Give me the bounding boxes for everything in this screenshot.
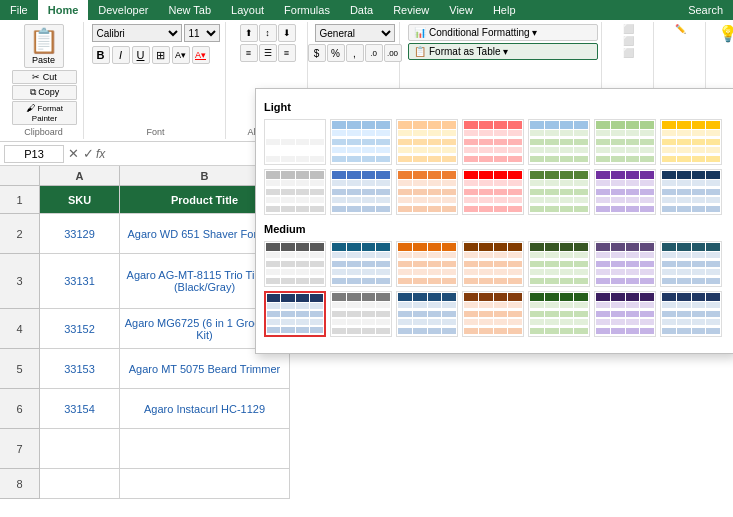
formula-confirm-button[interactable]: ✓	[83, 146, 94, 161]
table-style-thumb[interactable]	[462, 169, 524, 215]
cell-a3[interactable]: 33131	[40, 254, 120, 308]
font-name-select[interactable]: Calibri	[92, 24, 182, 42]
format-as-table-button[interactable]: 📋 Format as Table ▾	[408, 43, 598, 60]
table-style-thumb[interactable]	[264, 169, 326, 215]
table-style-thumb[interactable]	[660, 291, 722, 337]
table-style-thumb[interactable]	[528, 291, 590, 337]
tab-help[interactable]: Help	[483, 0, 526, 20]
cell-a7[interactable]	[40, 429, 120, 468]
tab-home[interactable]: Home	[38, 0, 89, 20]
medium-themes-grid	[264, 241, 726, 337]
tab-developer[interactable]: Developer	[88, 0, 158, 20]
formula-fx-label: fx	[96, 147, 105, 161]
decrease-decimal-button[interactable]: .0	[365, 44, 383, 62]
table-style-thumb[interactable]	[660, 119, 722, 165]
fill-color-button[interactable]: A▾	[172, 46, 190, 64]
paste-icon: 📋	[29, 27, 59, 55]
tab-review[interactable]: Review	[383, 0, 439, 20]
border-button[interactable]: ⊞	[152, 46, 170, 64]
table-style-thumb[interactable]	[594, 241, 656, 287]
light-section-label: Light	[264, 101, 726, 113]
paste-button[interactable]: 📋 Paste	[24, 24, 64, 68]
spreadsheet-grid: SKU Product Title 33129 Agaro WD 651 Sha…	[40, 186, 290, 499]
align-center-button[interactable]: ☰	[259, 44, 277, 62]
table-style-thumb[interactable]	[528, 241, 590, 287]
table-row: 33131 Agaro AG-MT-8115 Trio Timmer (Blac…	[40, 254, 290, 309]
tab-formulas[interactable]: Formulas	[274, 0, 340, 20]
table-style-thumb[interactable]	[264, 291, 326, 337]
table-style-thumb[interactable]	[330, 291, 392, 337]
tab-view[interactable]: View	[439, 0, 483, 20]
table-style-thumb[interactable]	[462, 291, 524, 337]
row-header-3: 3	[0, 254, 40, 309]
table-style-thumb[interactable]	[330, 241, 392, 287]
formula-cancel-button[interactable]: ✕	[68, 146, 79, 161]
table-style-thumb[interactable]	[396, 241, 458, 287]
underline-button[interactable]: U	[132, 46, 150, 64]
search-box[interactable]: Search	[678, 0, 733, 20]
cell-a1[interactable]: SKU	[40, 186, 120, 213]
row-header-6: 6	[0, 389, 40, 429]
format-painter-button[interactable]: 🖌 Format Painter	[12, 101, 77, 125]
align-bottom-button[interactable]: ⬇	[278, 24, 296, 42]
table-style-thumb[interactable]	[264, 241, 326, 287]
percent-button[interactable]: %	[327, 44, 345, 62]
increase-decimal-button[interactable]: .00	[384, 44, 402, 62]
cut-button[interactable]: ✂ Cut	[12, 70, 77, 84]
table-style-thumb[interactable]	[594, 169, 656, 215]
cell-reference-box[interactable]: P13	[4, 145, 64, 163]
cell-b5[interactable]: Agaro MT 5075 Beard Trimmer	[120, 349, 290, 388]
table-row: 33152 Agaro MG6725 (6 in 1 Grooming Kit)	[40, 309, 290, 349]
tab-layout[interactable]: Layout	[221, 0, 274, 20]
number-format-select[interactable]: General	[315, 24, 395, 42]
table-style-thumb[interactable]	[594, 291, 656, 337]
table-style-thumb[interactable]	[594, 119, 656, 165]
bold-button[interactable]: B	[92, 46, 110, 64]
light-themes-grid	[264, 119, 726, 215]
align-right-button[interactable]: ≡	[278, 44, 296, 62]
conditional-formatting-button[interactable]: 📊 Conditional Formatting ▾	[408, 24, 598, 41]
medium-section-label: Medium	[264, 223, 726, 235]
align-left-button[interactable]: ≡	[240, 44, 258, 62]
table-style-thumb[interactable]	[528, 119, 590, 165]
tab-file[interactable]: File	[0, 0, 38, 20]
table-style-thumb[interactable]	[330, 169, 392, 215]
paste-label: Paste	[32, 55, 55, 65]
cell-a6[interactable]: 33154	[40, 389, 120, 428]
table-style-thumb[interactable]	[330, 119, 392, 165]
corner-cell	[0, 166, 40, 186]
table-style-thumb[interactable]	[660, 241, 722, 287]
conditional-formatting-label: Conditional Formatting ▾	[429, 27, 537, 38]
table-style-thumb[interactable]	[396, 169, 458, 215]
conditional-formatting-icon: 📊	[414, 27, 426, 38]
italic-button[interactable]: I	[112, 46, 130, 64]
table-row	[40, 469, 290, 499]
table-style-thumb[interactable]	[528, 169, 590, 215]
table-style-thumb[interactable]	[396, 119, 458, 165]
cell-a5[interactable]: 33153	[40, 349, 120, 388]
tab-data[interactable]: Data	[340, 0, 383, 20]
align-middle-button[interactable]: ↕	[259, 24, 277, 42]
table-style-thumb[interactable]	[396, 291, 458, 337]
table-style-thumb[interactable]	[264, 119, 326, 165]
cell-a2[interactable]: 33129	[40, 214, 120, 253]
font-size-select[interactable]: 11	[184, 24, 220, 42]
comma-button[interactable]: ,	[346, 44, 364, 62]
font-color-button[interactable]: A▾	[192, 46, 210, 64]
cell-ref-value: P13	[24, 148, 44, 160]
row-header-1: 1	[0, 186, 40, 214]
cell-a4[interactable]: 33152	[40, 309, 120, 348]
table-row: 33154 Agaro Instacurl HC-1129	[40, 389, 290, 429]
copy-button[interactable]: ⧉ Copy	[12, 85, 77, 100]
cell-a8[interactable]	[40, 469, 120, 498]
table-style-thumb[interactable]	[660, 169, 722, 215]
align-top-button[interactable]: ⬆	[240, 24, 258, 42]
table-style-thumb[interactable]	[462, 119, 524, 165]
table-style-thumb[interactable]	[462, 241, 524, 287]
cell-b7[interactable]	[120, 429, 290, 468]
cell-b8[interactable]	[120, 469, 290, 498]
cell-b6[interactable]: Agaro Instacurl HC-1129	[120, 389, 290, 428]
table-row: 33129 Agaro WD 651 Shaver For Men	[40, 214, 290, 254]
tab-newtab[interactable]: New Tab	[158, 0, 221, 20]
dollar-button[interactable]: $	[308, 44, 326, 62]
